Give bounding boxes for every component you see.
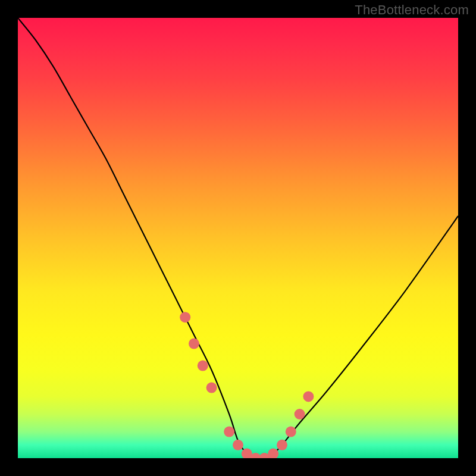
highlight-dot: [303, 391, 314, 402]
highlight-dot: [286, 427, 296, 437]
chart-container: TheBottleneck.com: [0, 0, 476, 476]
plot-area: [18, 18, 458, 458]
highlight-dots: [180, 312, 314, 458]
highlight-dot: [224, 427, 234, 437]
highlight-dot: [206, 383, 217, 393]
highlight-dot: [295, 409, 305, 419]
highlight-dot: [233, 440, 243, 450]
highlight-dot: [180, 312, 190, 322]
highlight-dot: [198, 361, 208, 371]
highlight-dot: [277, 440, 287, 450]
watermark-text: TheBottleneck.com: [355, 2, 469, 18]
highlight-dot: [189, 339, 199, 349]
curve-svg: [18, 18, 458, 458]
bottleneck-curve: [18, 18, 458, 458]
